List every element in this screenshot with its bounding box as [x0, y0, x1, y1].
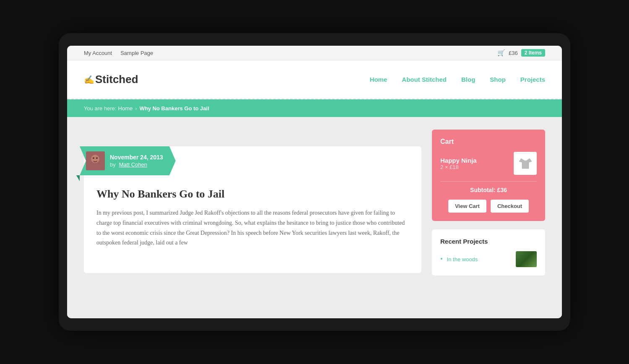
article-area: November 24, 2013 by Matt Cohen Why No B… — [84, 130, 421, 306]
author-avatar — [86, 151, 105, 170]
project-bullet-icon: • — [440, 255, 443, 263]
article-body: In my previous post, I summarized Judge … — [96, 208, 409, 248]
cart-price: £36 — [509, 50, 518, 56]
cart-icon: 🛒 — [497, 49, 505, 57]
project-thumbnail — [516, 251, 537, 267]
tablet-frame: My Account Sample Page 🛒 £36 2 Items ✍ S… — [59, 33, 570, 331]
site-header: ✍ Stitched Home About Stitched Blog Shop… — [67, 60, 562, 99]
avatar-image — [86, 151, 105, 170]
my-account-link[interactable]: My Account — [84, 50, 112, 56]
cart-widget: Cart Happy Ninja 2 × £18 — [432, 130, 545, 221]
cart-items-badge[interactable]: 2 Items — [521, 49, 545, 57]
cart-item: Happy Ninja 2 × £18 — [440, 152, 537, 175]
cart-subtotal: Subtotal: £36 — [440, 187, 537, 193]
nav-projects[interactable]: Projects — [520, 76, 545, 83]
checkout-button[interactable]: Checkout — [491, 200, 529, 213]
cart-item-info: Happy Ninja 2 × £18 — [440, 157, 509, 170]
author-name-link[interactable]: Matt Cohen — [119, 161, 147, 168]
project-name-link[interactable]: In the woods — [447, 256, 512, 263]
recent-projects-title: Recent Projects — [440, 238, 537, 245]
browser-window: My Account Sample Page 🛒 £36 2 Items ✍ S… — [67, 46, 562, 318]
breadcrumb-separator: › — [135, 105, 137, 112]
breadcrumb-current-page: Why No Bankers Go to Jail — [140, 105, 209, 112]
cart-subtotal-label: Subtotal: — [470, 187, 496, 193]
author-banner: November 24, 2013 by Matt Cohen — [80, 146, 421, 175]
breadcrumb-you-are-here: You are here: — [84, 105, 117, 112]
author-date: November 24, 2013 — [110, 154, 163, 161]
breadcrumb-bar: You are here: Home › Why No Bankers Go t… — [67, 99, 562, 117]
project-item: • In the woods — [440, 251, 537, 267]
cart-item-name: Happy Ninja — [440, 157, 509, 164]
cart-item-image — [514, 152, 537, 175]
nav-blog[interactable]: Blog — [461, 76, 475, 83]
banner-arrow — [76, 175, 80, 181]
sample-page-link[interactable]: Sample Page — [120, 50, 153, 56]
project-thumb-image — [516, 251, 537, 267]
top-bar-left: My Account Sample Page — [84, 50, 153, 56]
main-content: November 24, 2013 by Matt Cohen Why No B… — [67, 117, 562, 318]
svg-point-3 — [93, 157, 94, 159]
nav-shop[interactable]: Shop — [490, 76, 506, 83]
author-banner-inner: November 24, 2013 by Matt Cohen — [80, 146, 176, 175]
cart-subtotal-value: £36 — [497, 187, 507, 193]
cart-buttons: View Cart Checkout — [440, 200, 537, 213]
main-nav: Home About Stitched Blog Shop Projects — [370, 76, 545, 83]
nav-home[interactable]: Home — [370, 76, 387, 83]
cart-widget-title: Cart — [440, 138, 537, 146]
sidebar: Cart Happy Ninja 2 × £18 — [432, 130, 545, 306]
author-info: November 24, 2013 by Matt Cohen — [110, 154, 163, 168]
logo-needle-icon: ✍ — [84, 75, 94, 85]
recent-projects-widget: Recent Projects • In the woods — [432, 229, 545, 276]
top-bar: My Account Sample Page 🛒 £36 2 Items — [67, 46, 562, 60]
article-inner: Why No Bankers Go to Jail In my previous… — [84, 188, 421, 260]
article-card: November 24, 2013 by Matt Cohen Why No B… — [84, 146, 421, 273]
logo-text: Stitched — [95, 73, 138, 86]
svg-point-4 — [96, 157, 98, 159]
cart-divider — [440, 181, 537, 182]
author-by-label: by — [110, 161, 116, 168]
view-cart-button[interactable]: View Cart — [448, 200, 486, 213]
breadcrumb-home-link[interactable]: Home — [118, 105, 133, 112]
cart-item-qty: 2 × £18 — [440, 164, 509, 170]
nav-about[interactable]: About Stitched — [402, 76, 447, 83]
top-bar-right: 🛒 £36 2 Items — [497, 49, 545, 57]
site-logo: ✍ Stitched — [84, 73, 138, 86]
article-title: Why No Bankers Go to Jail — [96, 188, 409, 200]
